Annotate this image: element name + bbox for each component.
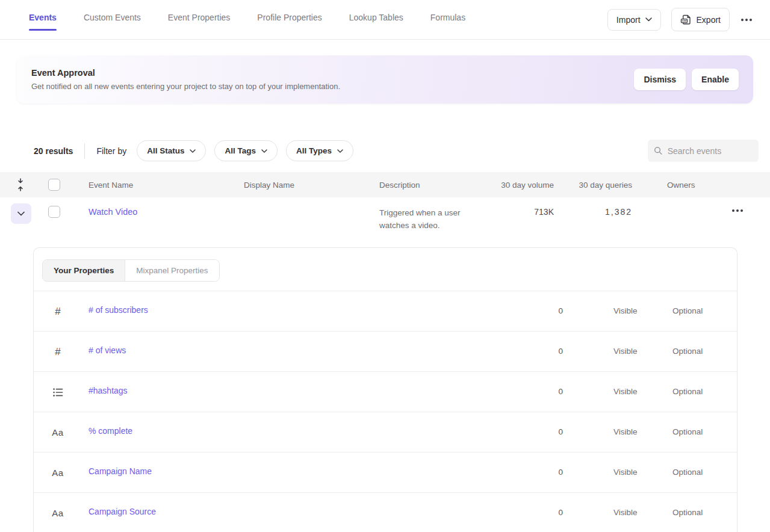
tab-events-label: Events <box>29 13 57 22</box>
chevron-down-icon <box>190 149 196 153</box>
chevron-down-icon <box>645 17 652 22</box>
col-30-day-volume: 30 day volume <box>464 172 554 197</box>
event-volume-value: 713K <box>464 207 554 217</box>
row-more-options-button[interactable] <box>731 206 744 215</box>
event-name-link[interactable]: Watch Video <box>88 207 137 217</box>
search-events-box <box>648 140 759 162</box>
tab-mixpanel-properties[interactable]: Mixpanel Properties <box>125 260 219 281</box>
filter-toolbar: 20 results Filter by All Status All Tags… <box>0 140 770 162</box>
property-requirement[interactable]: Optional <box>672 387 739 396</box>
event-row-watch-video: Watch Video Triggered when a user watche… <box>0 197 770 247</box>
filter-by-label: Filter by <box>96 146 126 156</box>
property-visibility[interactable]: Visible <box>613 347 674 356</box>
property-count: 0 <box>489 427 563 436</box>
property-visibility[interactable]: Visible <box>613 387 674 396</box>
property-name-link[interactable]: Campaign Name <box>88 466 152 476</box>
property-visibility[interactable]: Visible <box>613 468 674 477</box>
event-properties-panel: Your Properties Mixpanel Properties # # … <box>33 247 737 532</box>
dismiss-button[interactable]: Dismiss <box>634 69 686 90</box>
number-type-icon: # <box>50 332 66 372</box>
text-type-icon: Aa <box>50 453 66 493</box>
active-tab-underline <box>29 29 57 31</box>
property-name-link[interactable]: #hashtags <box>88 386 128 395</box>
number-type-icon: # <box>50 291 66 332</box>
col-display-name: Display Name <box>244 172 294 197</box>
more-options-button[interactable] <box>740 15 753 25</box>
tags-filter-label: All Tags <box>225 146 256 155</box>
property-visibility[interactable]: Visible <box>613 427 674 436</box>
property-row: # # of subscribers 0 Visible Optional <box>34 291 737 332</box>
row-checkbox[interactable] <box>48 206 60 218</box>
property-name-link[interactable]: # of subscribers <box>88 305 148 315</box>
property-requirement[interactable]: Optional <box>672 427 739 436</box>
list-type-icon <box>50 372 66 412</box>
event-queries-value: 1,382 <box>565 207 632 217</box>
property-requirement[interactable]: Optional <box>672 468 739 477</box>
tags-filter-dropdown[interactable]: All Tags <box>214 140 278 161</box>
property-row: #hashtags 0 Visible Optional <box>34 372 737 412</box>
tab-events[interactable]: Events <box>29 9 57 31</box>
property-count: 0 <box>489 387 563 396</box>
export-button[interactable]: csv Export <box>671 8 730 31</box>
tab-custom-events[interactable]: Custom Events <box>84 9 141 31</box>
divider <box>84 143 85 159</box>
lexicon-nav-tabs: Events Custom Events Event Properties Pr… <box>29 9 465 31</box>
property-visibility[interactable]: Visible <box>613 508 674 517</box>
import-button[interactable]: Import <box>607 9 661 31</box>
search-events-input[interactable] <box>668 146 753 156</box>
types-filter-dropdown[interactable]: All Types <box>286 140 353 161</box>
property-count: 0 <box>489 508 563 517</box>
property-requirement[interactable]: Optional <box>672 508 739 517</box>
property-visibility[interactable]: Visible <box>613 306 674 315</box>
property-count: 0 <box>489 468 563 477</box>
col-description: Description <box>379 172 420 197</box>
event-description: Triggered when a user watches a video. <box>379 206 461 232</box>
text-type-icon: Aa <box>50 493 66 532</box>
col-30-day-queries: 30 day queries <box>565 172 632 197</box>
banner-description: Get notified on all new events entering … <box>31 82 340 91</box>
csv-file-icon: csv <box>680 14 692 25</box>
text-type-icon: Aa <box>50 412 66 453</box>
events-table-header: Event Name Display Name Description 30 d… <box>0 172 770 197</box>
enable-button[interactable]: Enable <box>692 69 739 90</box>
collapse-all-icon[interactable] <box>16 172 25 197</box>
tab-profile-properties[interactable]: Profile Properties <box>257 9 321 31</box>
chevron-down-icon <box>261 149 267 153</box>
event-description-line2: watches a video. <box>379 219 461 232</box>
import-label: Import <box>616 15 641 25</box>
tab-lookup-tables[interactable]: Lookup Tables <box>349 9 403 31</box>
collapse-row-button[interactable] <box>11 203 31 224</box>
event-description-line1: Triggered when a user <box>379 206 461 219</box>
property-name-link[interactable]: % complete <box>88 426 132 436</box>
col-owners: Owners <box>667 172 695 197</box>
results-count: 20 results <box>34 146 73 156</box>
property-row: Aa Campaign Source 0 Visible Optional <box>34 493 737 532</box>
property-name-link[interactable]: # of views <box>88 345 126 355</box>
types-filter-label: All Types <box>296 146 332 155</box>
status-filter-label: All Status <box>147 146 184 155</box>
search-icon <box>654 146 663 156</box>
property-count: 0 <box>489 347 563 356</box>
properties-tabs: Your Properties Mixpanel Properties <box>42 259 220 282</box>
tab-event-properties[interactable]: Event Properties <box>168 9 231 31</box>
banner-title: Event Approval <box>31 68 340 78</box>
tab-your-properties[interactable]: Your Properties <box>43 260 125 281</box>
status-filter-dropdown[interactable]: All Status <box>137 140 206 161</box>
property-requirement[interactable]: Optional <box>672 347 739 356</box>
col-event-name: Event Name <box>88 172 133 197</box>
top-nav-bar: Events Custom Events Event Properties Pr… <box>0 0 770 40</box>
property-row: Aa Campaign Name 0 Visible Optional <box>34 453 737 493</box>
export-label: Export <box>697 15 721 25</box>
event-approval-banner: Event Approval Get notified on all new e… <box>17 55 753 104</box>
chevron-down-icon <box>337 149 343 153</box>
select-all-checkbox[interactable] <box>48 179 60 191</box>
property-row: Aa % complete 0 Visible Optional <box>34 412 737 453</box>
property-row: # # of views 0 Visible Optional <box>34 332 737 372</box>
property-name-link[interactable]: Campaign Source <box>88 507 156 516</box>
property-count: 0 <box>489 306 563 315</box>
tab-formulas[interactable]: Formulas <box>430 9 465 31</box>
chevron-down-icon <box>17 211 25 216</box>
property-requirement[interactable]: Optional <box>672 306 739 315</box>
svg-text:csv: csv <box>682 19 686 22</box>
